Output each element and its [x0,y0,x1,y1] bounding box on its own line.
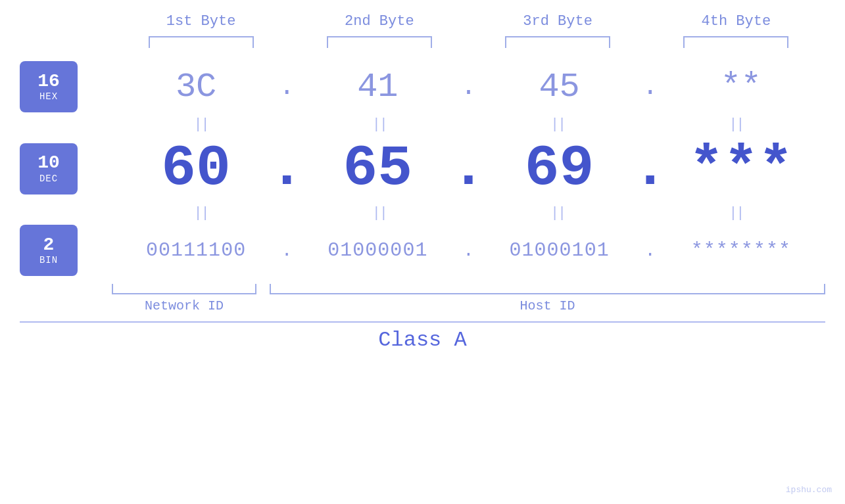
hex-byte1: 3C [176,68,216,106]
byte2-header: 2nd Byte [290,13,468,30]
network-id-label: Network ID [112,298,256,313]
bin-values: 00111100 . 01000001 . 01000101 . *******… [112,239,825,262]
bracket-top-1 [149,36,254,48]
class-line [20,321,825,323]
host-id-label: Host ID [270,298,825,313]
watermark: ipshu.com [786,485,832,495]
eq2-3: || [469,205,647,221]
network-bracket [112,284,256,294]
bin-base-number: 2 [43,235,55,256]
bin-badge: 2 BIN [20,225,78,276]
hex-byte3: 45 [539,68,579,106]
eq1-2: || [290,116,468,133]
bottom-section: Network ID Host ID [112,281,825,313]
hex-byte3-cell: 45 [475,68,644,106]
dec-byte2-cell: 65 [293,136,462,201]
dec-base-label: DEC [39,173,58,184]
bin-base-label: BIN [39,255,58,265]
equals-row-2: || || || || [112,201,825,225]
bin-byte3-cell: 01000101 [475,239,644,262]
bin-byte1: 00111100 [146,239,246,262]
bin-byte2-cell: 01000001 [293,239,462,262]
top-brackets [112,36,825,48]
hex-byte2: 41 [357,68,398,106]
bin-byte4-cell: ******** [657,239,825,262]
hex-row: 16 HEX 3C . 41 . 45 . ** [20,61,825,112]
dec-byte1: 60 [161,136,231,201]
bracket-top-2 [327,36,432,48]
hex-byte4: ** [721,68,761,106]
bin-byte4: ******** [691,239,791,262]
bin-byte3: 01000101 [510,239,610,262]
eq2-4: || [647,205,825,221]
dec-base-number: 10 [37,153,60,173]
hex-base-number: 16 [37,72,60,92]
byte3-header: 3rd Byte [469,13,647,30]
dec-values: 60 . 65 . 69 . *** [112,136,825,201]
dec-byte4-cell: *** [657,136,825,201]
hex-byte2-cell: 41 [293,68,462,106]
dec-byte4: *** [689,136,793,201]
dec-dot1: . [280,136,293,201]
hex-badge: 16 HEX [20,61,78,112]
bracket-top-3 [505,36,610,48]
bracket-top-4 [683,36,788,48]
eq1-3: || [469,116,647,133]
equals-row-1: || || || || [112,112,825,136]
bin-row: 2 BIN 00111100 . 01000001 . 01000101 . *… [20,225,825,276]
dec-dot2: . [462,136,475,201]
bottom-brackets [112,281,825,294]
bracket-cell-2 [290,36,468,48]
id-labels: Network ID Host ID [112,298,825,313]
dec-dot3: . [644,136,657,201]
host-bracket [270,284,825,294]
byte-headers: 1st Byte 2nd Byte 3rd Byte 4th Byte [112,13,825,30]
hex-byte1-cell: 3C [112,68,280,106]
bracket-cell-3 [469,36,647,48]
byte4-header: 4th Byte [647,13,825,30]
eq1-1: || [112,116,290,133]
dec-byte2: 65 [343,136,413,201]
class-row: Class A [20,321,825,352]
main-container: 1st Byte 2nd Byte 3rd Byte 4th Byte 16 H… [0,0,845,504]
dec-row: 10 DEC 60 . 65 . 69 . *** [20,136,825,201]
eq1-4: || [647,116,825,133]
bracket-cell-1 [112,36,290,48]
hex-base-label: HEX [39,91,58,102]
bracket-cell-4 [647,36,825,48]
byte1-header: 1st Byte [112,13,290,30]
hex-dot2: . [462,72,475,102]
hex-dot1: . [280,72,293,102]
hex-dot3: . [644,72,657,102]
eq2-1: || [112,205,290,221]
bin-byte2: 01000001 [327,239,427,262]
dec-byte1-cell: 60 [112,136,280,201]
dec-byte3: 69 [525,136,594,201]
hex-values: 3C . 41 . 45 . ** [112,68,825,106]
dec-badge: 10 DEC [20,143,78,195]
hex-byte4-cell: ** [657,68,825,106]
bin-dot2: . [462,241,475,261]
class-label: Class A [20,328,825,352]
bin-dot3: . [644,241,657,261]
eq2-2: || [290,205,468,221]
bin-dot1: . [280,241,293,261]
bin-byte1-cell: 00111100 [112,239,280,262]
dec-byte3-cell: 69 [475,136,644,201]
